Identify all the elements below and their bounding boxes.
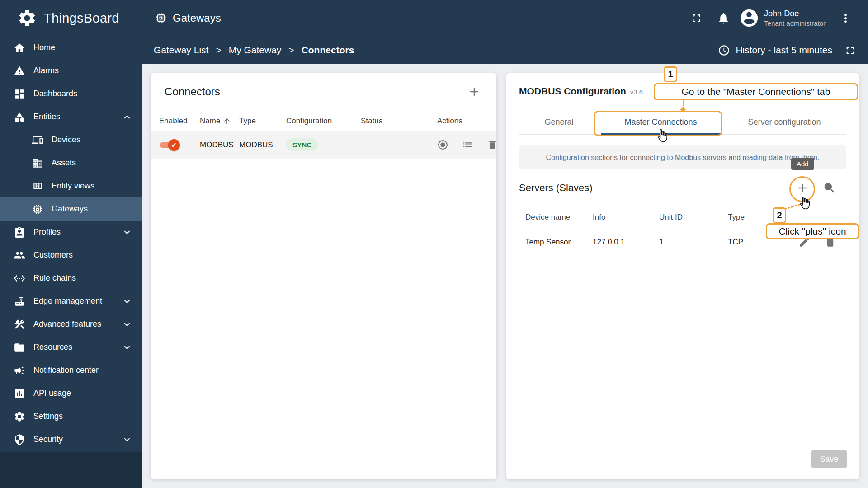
connector-row-modbus[interactable]: ✓ MODBUS MODBUS SYNC: [151, 131, 496, 159]
tab-server-configuration[interactable]: Server configuration: [722, 110, 846, 134]
sidebar-item-entity-views[interactable]: Entity views: [0, 174, 142, 197]
sidebar-item-alarms[interactable]: Alarms: [0, 59, 142, 82]
advanced-features-icon: [14, 319, 25, 330]
delete-connector-icon[interactable]: [487, 139, 496, 150]
edge-icon: [14, 296, 25, 307]
modbus-version: v3.6: [630, 88, 643, 96]
modbus-card-header: MODBUS Configuration v3.6: [519, 73, 846, 97]
column-info: Info: [593, 213, 659, 222]
search-icon[interactable]: [823, 181, 836, 195]
tab-general[interactable]: General: [519, 110, 599, 134]
column-name-sortable[interactable]: Name: [200, 117, 239, 126]
tab-master-connections[interactable]: Master Connections: [599, 110, 722, 134]
brand[interactable]: ThingsBoard: [0, 8, 142, 28]
edit-pencil-icon[interactable]: [798, 236, 811, 248]
column-type: Type: [239, 117, 286, 126]
server-info: 127.0.0.1: [593, 238, 659, 247]
user-avatar[interactable]: [739, 8, 760, 28]
gateway-icon: [32, 203, 43, 215]
chevron-down-icon: [121, 226, 133, 238]
breadcrumb-my-gateway[interactable]: My Gateway: [229, 45, 282, 56]
sidebar-item-profiles[interactable]: Profiles: [0, 221, 142, 244]
user-name: John Doe: [764, 9, 826, 19]
servers-table-header: Device name Info Unit ID Type: [519, 206, 846, 228]
api-usage-icon: [14, 388, 25, 399]
sidebar-footer: [0, 452, 142, 488]
column-configuration: Configuration: [286, 117, 361, 126]
sidebar-item-security[interactable]: Security: [0, 428, 142, 451]
gateways-icon: [155, 12, 167, 24]
connector-name: MODBUS: [200, 141, 239, 150]
breadcrumb-separator: >: [288, 45, 294, 56]
server-type: TCP: [728, 238, 792, 247]
sidebar-item-dashboards[interactable]: Dashboards: [0, 82, 142, 105]
breadcrumb-gateway-list[interactable]: Gateway List: [154, 45, 208, 56]
main-area: Gateway List > My Gateway > Connectors H…: [142, 36, 868, 488]
sidebar-item-notification-center[interactable]: Notification center: [0, 359, 142, 382]
info-banner: Configuration sections for connecting to…: [519, 145, 846, 169]
sort-ascending-icon: [223, 117, 231, 125]
column-status: Status: [361, 117, 437, 126]
sidebar-item-gateways[interactable]: Gateways: [0, 197, 142, 221]
rule-chains-icon: [14, 272, 25, 284]
column-enabled: Enabled: [159, 117, 200, 126]
customers-icon: [14, 249, 25, 261]
history-button[interactable]: History - last 5 minutes: [718, 44, 832, 56]
configuration-list-icon[interactable]: [462, 139, 473, 150]
breadcrumb-actions: History - last 5 minutes: [718, 44, 856, 56]
connector-enabled-toggle[interactable]: ✓: [159, 139, 180, 151]
history-label: History - last 5 minutes: [736, 45, 832, 56]
servers-actions: [796, 181, 846, 195]
column-type: Type: [728, 213, 792, 222]
modbus-configuration-card: MODBUS Configuration v3.6 General Master…: [506, 73, 859, 479]
thingsboard-logo-icon: [17, 8, 37, 28]
chevron-up-icon: [121, 111, 133, 123]
servers-header: Servers (Slaves): [519, 180, 846, 196]
configuration-chip: SYNC: [286, 138, 318, 151]
sidebar-item-settings[interactable]: Settings: [0, 405, 142, 428]
rpc-console-icon[interactable]: [437, 139, 448, 150]
server-device-name: Temp Sensor: [525, 238, 593, 247]
sidebar-item-home[interactable]: Home: [0, 36, 142, 59]
settings-gear-icon: [14, 411, 25, 422]
fullscreen-icon[interactable]: [684, 6, 708, 30]
server-unit-id: 1: [659, 238, 728, 247]
column-unit-id: Unit ID: [659, 213, 728, 222]
sidebar-item-api-usage[interactable]: API usage: [0, 382, 142, 405]
breadcrumb: Gateway List > My Gateway > Connectors: [154, 45, 354, 56]
security-shield-icon: [14, 434, 25, 446]
home-icon: [14, 42, 25, 54]
sidebar-item-assets[interactable]: Assets: [0, 151, 142, 174]
sidebar-item-entities[interactable]: Entities: [0, 105, 142, 128]
server-row-temp-sensor[interactable]: Temp Sensor 127.0.0.1 1 TCP: [519, 228, 846, 256]
sidebar-item-devices[interactable]: Devices: [0, 128, 142, 151]
fullscreen-toggle-icon[interactable]: [844, 44, 856, 56]
plus-icon: [467, 85, 481, 99]
sidebar-item-advanced-features[interactable]: Advanced features: [0, 313, 142, 336]
breadcrumb-connectors: Connectors: [302, 45, 354, 56]
connectors-card-header: Connectors: [151, 73, 496, 99]
sidebar-item-resources[interactable]: Resources: [0, 336, 142, 359]
chevron-down-icon: [121, 342, 133, 353]
sidebar-item-rule-chains[interactable]: Rule chains: [0, 267, 142, 290]
page-title-label: Gateways: [173, 12, 221, 24]
entities-icon: [14, 111, 25, 123]
breadcrumb-bar: Gateway List > My Gateway > Connectors H…: [142, 36, 868, 64]
toggle-check-icon: ✓: [168, 139, 180, 151]
connectors-card: Connectors Enabled Name Type Configurati…: [151, 73, 496, 479]
sidebar-item-edge-management[interactable]: Edge management: [0, 290, 142, 313]
chevron-down-icon: [121, 296, 133, 307]
add-connector-button[interactable]: [467, 85, 481, 99]
save-button[interactable]: Save: [811, 450, 847, 468]
sidebar-item-customers[interactable]: Customers: [0, 244, 142, 267]
brand-name: ThingsBoard: [43, 11, 119, 26]
chevron-down-icon: [121, 434, 133, 446]
dashboards-icon: [14, 88, 25, 100]
kebab-menu-icon[interactable]: [834, 6, 857, 30]
user-role: Tenant administrator: [764, 19, 826, 28]
delete-server-icon[interactable]: [824, 236, 836, 248]
notifications-bell-icon[interactable]: [712, 6, 735, 30]
connector-type: MODBUS: [239, 141, 286, 150]
add-server-plus-icon[interactable]: [796, 181, 809, 195]
header-actions: John Doe Tenant administrator: [684, 6, 868, 30]
